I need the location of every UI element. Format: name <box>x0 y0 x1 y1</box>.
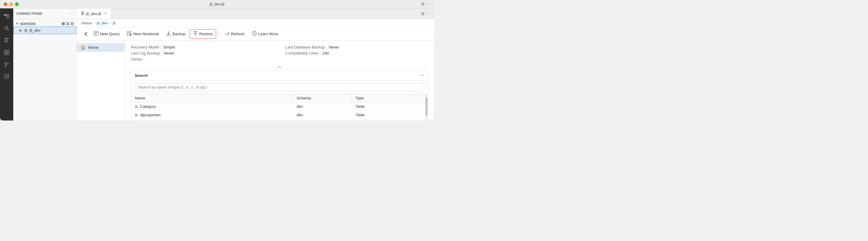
search-more-btn[interactable]: ··· <box>419 73 424 78</box>
svg-rect-14 <box>7 53 9 55</box>
extensions-activity-icon[interactable] <box>1 47 12 58</box>
app-window: jll_dev:jll ⧉ ··· <box>0 0 434 120</box>
servers-section: ▼ SERVERS ⊞ ⊡ ⊟ ▶ 🖥 jll_dev <box>13 19 76 36</box>
sidebar-title: CONNECTIONS <box>16 12 42 15</box>
row-more-btn[interactable]: ··· <box>414 104 418 109</box>
owner-row: Owner : <box>131 57 273 62</box>
tab-more-icon[interactable]: ··· <box>427 11 430 16</box>
svg-point-17 <box>7 63 8 64</box>
servers-icons: ⊞ ⊡ ⊟ <box>61 22 74 26</box>
svg-rect-8 <box>4 38 9 39</box>
row-schema-cell: dbo <box>293 111 352 119</box>
search-input[interactable] <box>135 83 424 91</box>
table-row[interactable]: ⊞ dtproperties dbo Table ··· <box>131 111 425 119</box>
activity-bar <box>0 8 13 120</box>
row-schema-cell: dbo <box>293 119 352 121</box>
sidebar-more-btn[interactable]: ··· <box>68 11 73 16</box>
refresh-servers-icon[interactable]: ⊡ <box>66 22 69 26</box>
collapse-panel-btn[interactable] <box>82 32 90 36</box>
breadcrumb-server[interactable]: jll_dev <box>97 21 108 25</box>
row-more-btn[interactable]: ··· <box>414 113 418 117</box>
refresh-label: Refresh <box>231 32 245 36</box>
scrollbar-track[interactable] <box>425 94 428 120</box>
new-notebook-button[interactable]: New Notebook <box>124 29 162 39</box>
col-header-type: Type <box>352 94 410 102</box>
col-header-schema: Schema <box>293 94 352 102</box>
learn-more-label: Learn More <box>258 32 278 36</box>
breadcrumb: Home › jll_dev › jll <box>76 19 434 27</box>
scrollbar-thumb[interactable] <box>426 98 427 116</box>
content-area: 🗄 jll_dev:jll ✕ ⧉ ··· Home › jll_dev › j… <box>76 8 434 120</box>
search-header: Search ··· <box>131 70 428 81</box>
breadcrumb-sep2: › <box>110 21 111 25</box>
bookmarks-activity-icon[interactable] <box>1 35 12 46</box>
compatibility-level-row: Compatibility Level : 100 <box>285 51 428 56</box>
last-log-backup-value: Never <box>164 51 175 56</box>
collapse-info-btn[interactable] <box>131 65 428 70</box>
servers-chevron-icon[interactable]: ▼ <box>16 22 19 25</box>
split-view-icon[interactable]: ⧉ <box>421 11 424 16</box>
recovery-model-label: Recovery Model : <box>131 45 161 49</box>
tab-jll-dev-jll[interactable]: 🗄 jll_dev:jll ✕ <box>76 8 112 19</box>
tab-actions: ⧉ ··· <box>421 11 434 16</box>
row-actions-cell: ··· <box>410 119 425 121</box>
sidebar-header: CONNECTIONS ··· <box>13 8 76 19</box>
collapse-servers-icon[interactable]: ⊟ <box>70 22 74 26</box>
table-row[interactable]: ⊞ Category dbo Table ··· <box>131 102 425 111</box>
connections-activity-icon[interactable] <box>1 11 12 22</box>
server-activity-icon[interactable] <box>1 71 12 82</box>
learn-more-button[interactable]: Learn More <box>249 29 281 39</box>
last-db-backup-label: Last Database Backup : <box>285 45 327 49</box>
new-query-button[interactable]: New Query <box>90 29 123 39</box>
table-row[interactable]: ⊞ ho dbo Table ··· <box>131 119 425 121</box>
db-home-nav-item[interactable]: 🏠 Home <box>76 43 124 52</box>
db-info-panel: Recovery Model : Simple Last Log Backup … <box>125 41 434 120</box>
refresh-button[interactable]: Refresh <box>221 29 248 39</box>
server-expand-icon: ▶ <box>20 29 22 32</box>
split-editor-icon[interactable]: ⧉ <box>421 1 424 7</box>
servers-label-text: SERVERS <box>20 22 36 26</box>
table-icon: ⊞ <box>135 113 138 117</box>
search-activity-icon[interactable] <box>1 23 12 34</box>
new-notebook-icon <box>127 31 132 37</box>
new-query-label: New Query <box>100 32 120 36</box>
git-activity-icon[interactable] <box>1 59 12 70</box>
tab-close-icon[interactable]: ✕ <box>104 11 107 16</box>
titlebar-actions: ⧉ ··· <box>421 1 430 7</box>
row-name-cell: ⊞ Category <box>131 102 293 111</box>
toolbar-separator <box>218 31 219 37</box>
results-table: Name Schema Type ⊞ <box>131 94 425 120</box>
recovery-model-value: Simple <box>163 45 175 49</box>
main-layout: CONNECTIONS ··· ▼ SERVERS ⊞ ⊡ ⊟ ▶ <box>0 8 434 120</box>
backup-button[interactable]: Backup <box>163 29 189 39</box>
compatibility-level-value: 100 <box>322 51 329 56</box>
compatibility-level-label: Compatibility Level : <box>285 51 320 56</box>
restore-icon <box>193 31 198 37</box>
backup-label: Backup <box>173 32 185 36</box>
last-db-backup-value: Never <box>329 45 339 49</box>
col-header-actions <box>410 94 425 102</box>
add-connection-icon[interactable]: ⊞ <box>61 22 65 26</box>
server-item-jll-dev[interactable]: ▶ 🖥 jll_dev <box>13 27 76 34</box>
breadcrumb-home[interactable]: Home <box>82 21 92 25</box>
maximize-button[interactable] <box>15 2 19 6</box>
refresh-icon <box>224 31 229 37</box>
db-content: 🏠 Home Recovery Model : Simple <box>76 41 434 120</box>
more-actions-icon[interactable]: ··· <box>427 1 430 7</box>
svg-point-22 <box>7 77 8 78</box>
svg-rect-1 <box>7 14 9 16</box>
svg-line-7 <box>7 29 9 30</box>
close-button[interactable] <box>4 2 7 6</box>
col-header-name: Name <box>131 94 293 102</box>
last-db-backup-row: Last Database Backup : Never <box>285 45 428 49</box>
svg-point-16 <box>5 65 6 67</box>
window-title: jll_dev:jll <box>210 2 224 6</box>
svg-rect-11 <box>4 50 6 52</box>
home-icon: 🏠 <box>81 45 86 50</box>
restore-button[interactable]: Restore <box>190 29 216 39</box>
traffic-lights <box>4 2 19 6</box>
db-home-nav: 🏠 Home <box>76 41 125 120</box>
new-query-icon <box>94 31 98 37</box>
search-title: Search <box>135 73 148 78</box>
minimize-button[interactable] <box>9 2 13 6</box>
